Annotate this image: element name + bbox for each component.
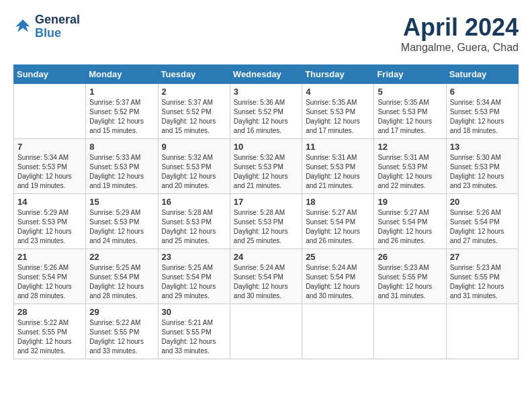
- calendar-cell: 20Sunrise: 5:26 AMSunset: 5:54 PMDayligh…: [446, 194, 518, 249]
- day-info: Sunrise: 5:32 AMSunset: 5:53 PMDaylight:…: [234, 153, 298, 191]
- calendar-cell: 23Sunrise: 5:25 AMSunset: 5:54 PMDayligh…: [158, 249, 230, 304]
- day-number: 14: [17, 197, 82, 207]
- day-info: Sunrise: 5:21 AMSunset: 5:55 PMDaylight:…: [162, 318, 226, 356]
- weekday-header-tuesday: Tuesday: [158, 65, 230, 84]
- calendar-cell: 13Sunrise: 5:30 AMSunset: 5:53 PMDayligh…: [446, 139, 518, 194]
- day-number: 17: [234, 197, 298, 207]
- weekday-header-sunday: Sunday: [14, 65, 86, 84]
- calendar-cell: 3Sunrise: 5:36 AMSunset: 5:52 PMDaylight…: [230, 84, 302, 139]
- svg-marker-0: [15, 19, 30, 32]
- day-number: 7: [17, 142, 82, 152]
- day-number: 23: [162, 252, 226, 262]
- day-number: 4: [306, 87, 370, 97]
- day-info: Sunrise: 5:28 AMSunset: 5:53 PMDaylight:…: [234, 208, 298, 246]
- day-number: 1: [89, 87, 154, 97]
- weekday-header-wednesday: Wednesday: [230, 65, 302, 84]
- calendar-cell: 22Sunrise: 5:25 AMSunset: 5:54 PMDayligh…: [86, 249, 158, 304]
- calendar-cell: 21Sunrise: 5:26 AMSunset: 5:54 PMDayligh…: [14, 249, 86, 304]
- calendar-cell: [230, 304, 302, 359]
- location-subtitle: Mangalme, Guera, Chad: [401, 42, 519, 54]
- calendar-cell: 19Sunrise: 5:27 AMSunset: 5:54 PMDayligh…: [374, 194, 446, 249]
- calendar-cell: [14, 84, 86, 139]
- day-number: 30: [162, 307, 226, 317]
- day-number: 6: [450, 87, 515, 97]
- day-info: Sunrise: 5:34 AMSunset: 5:53 PMDaylight:…: [17, 153, 82, 191]
- calendar-week-row: 7Sunrise: 5:34 AMSunset: 5:53 PMDaylight…: [14, 139, 519, 194]
- page-header: General Blue April 2024 Mangalme, Guera,…: [13, 13, 519, 54]
- day-info: Sunrise: 5:35 AMSunset: 5:53 PMDaylight:…: [378, 98, 442, 136]
- calendar-cell: 30Sunrise: 5:21 AMSunset: 5:55 PMDayligh…: [158, 304, 230, 359]
- calendar-cell: [446, 304, 518, 359]
- calendar-week-row: 1Sunrise: 5:37 AMSunset: 5:52 PMDaylight…: [14, 84, 519, 139]
- day-info: Sunrise: 5:29 AMSunset: 5:53 PMDaylight:…: [89, 208, 154, 246]
- day-info: Sunrise: 5:33 AMSunset: 5:53 PMDaylight:…: [89, 153, 154, 191]
- weekday-header-friday: Friday: [374, 65, 446, 84]
- day-number: 22: [89, 252, 154, 262]
- day-info: Sunrise: 5:28 AMSunset: 5:53 PMDaylight:…: [162, 208, 226, 246]
- day-info: Sunrise: 5:27 AMSunset: 5:54 PMDaylight:…: [306, 208, 370, 246]
- day-info: Sunrise: 5:26 AMSunset: 5:54 PMDaylight:…: [17, 263, 82, 301]
- calendar-cell: 14Sunrise: 5:29 AMSunset: 5:53 PMDayligh…: [14, 194, 86, 249]
- calendar-cell: 27Sunrise: 5:23 AMSunset: 5:55 PMDayligh…: [446, 249, 518, 304]
- calendar-cell: 6Sunrise: 5:34 AMSunset: 5:53 PMDaylight…: [446, 84, 518, 139]
- calendar-cell: 8Sunrise: 5:33 AMSunset: 5:53 PMDaylight…: [86, 139, 158, 194]
- day-info: Sunrise: 5:23 AMSunset: 5:55 PMDaylight:…: [378, 263, 442, 301]
- day-number: 11: [306, 142, 370, 152]
- day-info: Sunrise: 5:22 AMSunset: 5:55 PMDaylight:…: [89, 318, 154, 356]
- day-number: 9: [162, 142, 226, 152]
- day-info: Sunrise: 5:24 AMSunset: 5:54 PMDaylight:…: [234, 263, 298, 301]
- calendar-cell: 24Sunrise: 5:24 AMSunset: 5:54 PMDayligh…: [230, 249, 302, 304]
- day-number: 27: [450, 252, 515, 262]
- calendar-week-row: 21Sunrise: 5:26 AMSunset: 5:54 PMDayligh…: [14, 249, 519, 304]
- calendar-cell: 4Sunrise: 5:35 AMSunset: 5:53 PMDaylight…: [302, 84, 374, 139]
- day-info: Sunrise: 5:29 AMSunset: 5:53 PMDaylight:…: [17, 208, 82, 246]
- calendar-cell: 10Sunrise: 5:32 AMSunset: 5:53 PMDayligh…: [230, 139, 302, 194]
- day-info: Sunrise: 5:31 AMSunset: 5:53 PMDaylight:…: [378, 153, 442, 191]
- day-number: 2: [162, 87, 226, 97]
- calendar-table: SundayMondayTuesdayWednesdayThursdayFrid…: [13, 64, 519, 359]
- day-number: 12: [378, 142, 442, 152]
- calendar-cell: 17Sunrise: 5:28 AMSunset: 5:53 PMDayligh…: [230, 194, 302, 249]
- calendar-week-row: 28Sunrise: 5:22 AMSunset: 5:55 PMDayligh…: [14, 304, 519, 359]
- calendar-cell: 26Sunrise: 5:23 AMSunset: 5:55 PMDayligh…: [374, 249, 446, 304]
- calendar-cell: 16Sunrise: 5:28 AMSunset: 5:53 PMDayligh…: [158, 194, 230, 249]
- day-number: 21: [17, 252, 82, 262]
- day-info: Sunrise: 5:37 AMSunset: 5:52 PMDaylight:…: [89, 98, 154, 136]
- day-number: 13: [450, 142, 515, 152]
- title-block: April 2024 Mangalme, Guera, Chad: [401, 13, 519, 54]
- calendar-cell: 15Sunrise: 5:29 AMSunset: 5:53 PMDayligh…: [86, 194, 158, 249]
- day-number: 19: [378, 197, 442, 207]
- day-number: 5: [378, 87, 442, 97]
- weekday-header-thursday: Thursday: [302, 65, 374, 84]
- calendar-cell: 2Sunrise: 5:37 AMSunset: 5:52 PMDaylight…: [158, 84, 230, 139]
- day-info: Sunrise: 5:36 AMSunset: 5:52 PMDaylight:…: [234, 98, 298, 136]
- calendar-cell: [374, 304, 446, 359]
- day-number: 18: [306, 197, 370, 207]
- day-info: Sunrise: 5:32 AMSunset: 5:53 PMDaylight:…: [162, 153, 226, 191]
- day-number: 3: [234, 87, 298, 97]
- day-number: 10: [234, 142, 298, 152]
- day-number: 28: [17, 307, 82, 317]
- calendar-cell: 5Sunrise: 5:35 AMSunset: 5:53 PMDaylight…: [374, 84, 446, 139]
- day-info: Sunrise: 5:23 AMSunset: 5:55 PMDaylight:…: [450, 263, 515, 301]
- calendar-cell: 29Sunrise: 5:22 AMSunset: 5:55 PMDayligh…: [86, 304, 158, 359]
- calendar-cell: [302, 304, 374, 359]
- day-number: 8: [89, 142, 154, 152]
- weekday-header-row: SundayMondayTuesdayWednesdayThursdayFrid…: [14, 65, 519, 84]
- day-info: Sunrise: 5:25 AMSunset: 5:54 PMDaylight:…: [162, 263, 226, 301]
- day-number: 29: [89, 307, 154, 317]
- day-number: 24: [234, 252, 298, 262]
- weekday-header-saturday: Saturday: [446, 65, 518, 84]
- day-info: Sunrise: 5:24 AMSunset: 5:54 PMDaylight:…: [306, 263, 370, 301]
- logo-icon: [13, 17, 32, 36]
- day-number: 26: [378, 252, 442, 262]
- day-number: 20: [450, 197, 515, 207]
- calendar-cell: 9Sunrise: 5:32 AMSunset: 5:53 PMDaylight…: [158, 139, 230, 194]
- day-info: Sunrise: 5:37 AMSunset: 5:52 PMDaylight:…: [162, 98, 226, 136]
- calendar-cell: 18Sunrise: 5:27 AMSunset: 5:54 PMDayligh…: [302, 194, 374, 249]
- logo: General Blue: [13, 13, 80, 40]
- calendar-cell: 12Sunrise: 5:31 AMSunset: 5:53 PMDayligh…: [374, 139, 446, 194]
- day-number: 25: [306, 252, 370, 262]
- day-info: Sunrise: 5:27 AMSunset: 5:54 PMDaylight:…: [378, 208, 442, 246]
- day-info: Sunrise: 5:35 AMSunset: 5:53 PMDaylight:…: [306, 98, 370, 136]
